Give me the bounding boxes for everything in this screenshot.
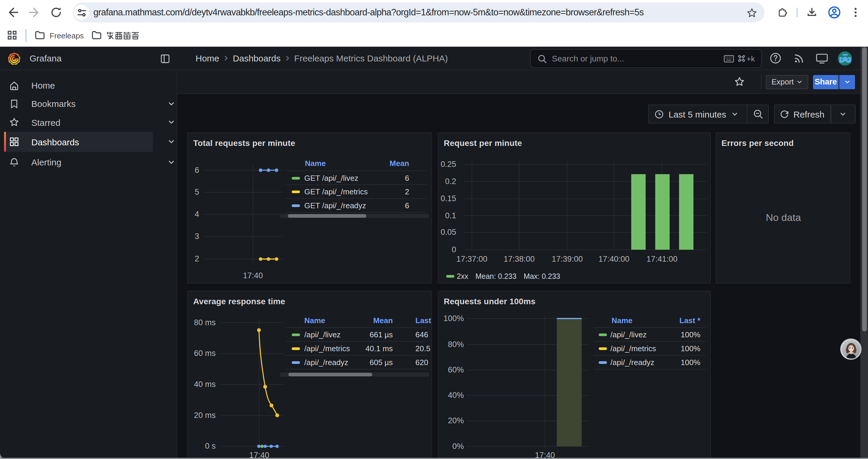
svg-text:40.1 ms: 40.1 ms bbox=[366, 344, 393, 353]
svg-text:620: 620 bbox=[415, 358, 428, 366]
svg-text:100%: 100% bbox=[681, 358, 701, 366]
svg-text:17:40:00: 17:40:00 bbox=[598, 254, 629, 263]
svg-text:40 ms: 40 ms bbox=[194, 380, 216, 388]
svg-text:5: 5 bbox=[195, 187, 199, 196]
svg-text:/api/_/readyz: /api/_/readyz bbox=[304, 358, 348, 366]
svg-text:605 µs: 605 µs bbox=[370, 358, 393, 366]
svg-text:Max: 0.233: Max: 0.233 bbox=[524, 272, 560, 280]
svg-text:Mean: Mean bbox=[373, 316, 393, 325]
svg-text:20 ms: 20 ms bbox=[194, 411, 216, 419]
svg-text:20.5 r: 20.5 r bbox=[415, 344, 431, 353]
svg-text:2: 2 bbox=[405, 187, 409, 196]
svg-text:Last *: Last * bbox=[415, 316, 431, 325]
svg-text:17:40: 17:40 bbox=[535, 451, 555, 459]
svg-text:6: 6 bbox=[405, 201, 409, 210]
svg-text:Mean: 0.233: Mean: 0.233 bbox=[475, 272, 517, 280]
svg-text:2xx: 2xx bbox=[457, 272, 468, 280]
svg-text:Last *: Last * bbox=[680, 316, 701, 325]
svg-text:Name: Name bbox=[305, 159, 326, 167]
svg-text:100%: 100% bbox=[681, 330, 701, 339]
svg-text:4: 4 bbox=[195, 209, 199, 218]
svg-text:17:40: 17:40 bbox=[249, 451, 270, 459]
svg-text:Mean: Mean bbox=[390, 159, 409, 167]
svg-text:GET /api/_/livez: GET /api/_/livez bbox=[304, 173, 359, 182]
svg-text:Name: Name bbox=[304, 316, 325, 325]
svg-text:0.25: 0.25 bbox=[440, 160, 456, 168]
svg-text:6: 6 bbox=[195, 165, 199, 174]
svg-text:0 s: 0 s bbox=[205, 441, 216, 450]
svg-text:60 ms: 60 ms bbox=[194, 349, 216, 357]
svg-text:661 µs: 661 µs bbox=[370, 330, 393, 339]
svg-text:0.05: 0.05 bbox=[440, 227, 456, 236]
svg-text:80 ms: 80 ms bbox=[194, 318, 216, 327]
svg-text:/api/_/livez: /api/_/livez bbox=[304, 330, 341, 339]
svg-text:17:38:00: 17:38:00 bbox=[504, 254, 535, 263]
svg-text:100%: 100% bbox=[681, 344, 701, 353]
svg-text:0: 0 bbox=[452, 245, 456, 254]
svg-text:60%: 60% bbox=[448, 365, 464, 374]
svg-text:/api/_/metrics: /api/_/metrics bbox=[610, 344, 656, 353]
svg-text:/api/_/readyz: /api/_/readyz bbox=[610, 358, 654, 366]
svg-text:20%: 20% bbox=[448, 416, 464, 425]
svg-text:17:40: 17:40 bbox=[243, 271, 263, 280]
svg-text:17:37:00: 17:37:00 bbox=[457, 254, 488, 263]
svg-text:17:41:00: 17:41:00 bbox=[646, 254, 677, 263]
svg-text:/api/_/livez: /api/_/livez bbox=[610, 330, 647, 339]
svg-text:0.1: 0.1 bbox=[445, 211, 456, 220]
svg-text:GET /api/_/readyz: GET /api/_/readyz bbox=[304, 201, 366, 210]
svg-text:GET /api/_/metrics: GET /api/_/metrics bbox=[304, 187, 368, 196]
svg-text:80%: 80% bbox=[448, 340, 464, 349]
svg-text:646: 646 bbox=[415, 330, 428, 339]
svg-text:40%: 40% bbox=[448, 391, 464, 399]
svg-text:3: 3 bbox=[195, 232, 199, 240]
svg-text:6: 6 bbox=[405, 173, 409, 182]
svg-text:0.2: 0.2 bbox=[445, 177, 456, 186]
svg-text:17:39:00: 17:39:00 bbox=[552, 254, 583, 263]
svg-text:100%: 100% bbox=[443, 314, 464, 323]
svg-text:0.15: 0.15 bbox=[440, 194, 456, 203]
svg-text:0%: 0% bbox=[452, 441, 464, 451]
svg-text:2: 2 bbox=[195, 254, 199, 263]
svg-text:/api/_/metrics: /api/_/metrics bbox=[304, 344, 350, 353]
svg-text:Name: Name bbox=[612, 316, 632, 325]
